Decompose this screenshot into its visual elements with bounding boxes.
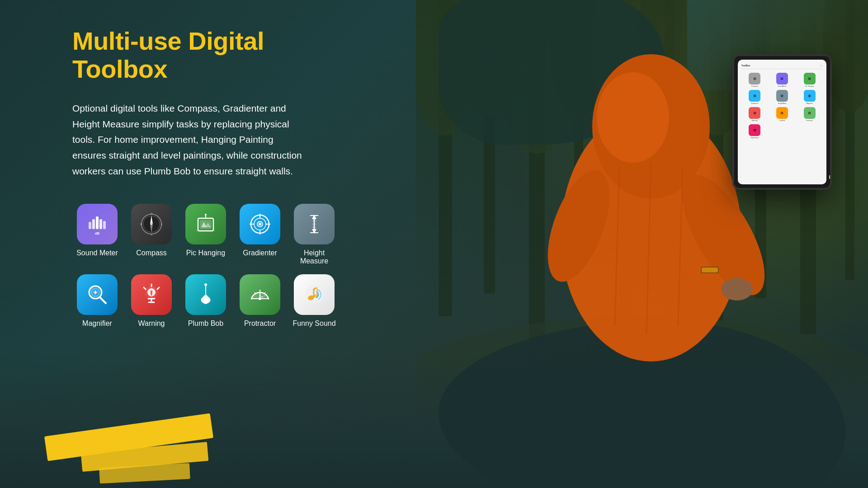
svg-point-46 xyxy=(151,223,152,225)
tablet-toolbar-label: ToolBox xyxy=(741,64,750,67)
tablet-app-item: ⚙ Compass xyxy=(742,73,767,87)
svg-line-79 xyxy=(157,287,159,289)
height-measure-label: Height Measure xyxy=(289,249,339,265)
app-item-plumb-bob[interactable]: Plumb Bob xyxy=(181,274,231,328)
svg-line-78 xyxy=(144,287,146,289)
app-item-warning[interactable]: Warning xyxy=(127,274,176,328)
app-item-magnifier[interactable]: Magnifier xyxy=(72,274,122,328)
page-title: Multi-use Digital Toolbox xyxy=(72,27,312,83)
svg-point-81 xyxy=(151,294,152,296)
svg-rect-30 xyxy=(702,267,718,272)
svg-rect-80 xyxy=(151,291,152,294)
svg-point-31 xyxy=(721,278,753,300)
app-item-sound-meter[interactable]: dB Sound Meter xyxy=(72,204,122,265)
app-item-compass[interactable]: N S E W Compass xyxy=(127,204,176,265)
svg-rect-33 xyxy=(92,219,95,229)
svg-point-87 xyxy=(204,283,207,286)
sound-meter-icon: dB xyxy=(77,204,118,244)
svg-line-72 xyxy=(100,297,106,303)
app-item-funny-sound[interactable]: Funny Sound xyxy=(289,274,339,328)
gradienter-label: Gradienter xyxy=(243,249,277,257)
warning-label: Warning xyxy=(138,319,165,328)
svg-rect-34 xyxy=(96,216,99,229)
tablet-app-item: ⚙ Party Band xyxy=(742,124,767,139)
tablet-app-item: ⚙ HeightMeas xyxy=(770,90,795,104)
tablet-app-item: ⚙ Gradienter xyxy=(742,90,767,104)
svg-rect-32 xyxy=(89,222,91,229)
app-item-pic-hanging[interactable]: Pic Hanging xyxy=(181,204,231,265)
svg-point-61 xyxy=(259,223,261,225)
app-item-height-measure[interactable]: Height Measure xyxy=(289,204,339,265)
tablet-app-item: ⚙ ToolEdit xyxy=(770,107,795,122)
tablet-app-item: ⚙ SoundMeter xyxy=(770,73,795,87)
tablet-device: ToolBox ⋮⋮ ⚙ Compass ⚙ SoundMeter ⚙ Pic … xyxy=(732,54,832,190)
svg-text:N: N xyxy=(151,212,152,215)
pic-hanging-icon xyxy=(185,204,226,244)
plumb-bob-icon xyxy=(185,274,226,315)
gradienter-icon xyxy=(240,204,280,244)
svg-point-52 xyxy=(205,214,207,216)
funny-sound-icon xyxy=(294,274,335,315)
svg-text:E: E xyxy=(161,223,163,225)
sound-meter-label: Sound Meter xyxy=(76,249,118,257)
svg-rect-35 xyxy=(99,219,102,229)
warning-icon xyxy=(131,274,172,315)
height-measure-icon xyxy=(294,204,335,244)
app-item-protractor[interactable]: Protractor xyxy=(235,274,285,328)
apps-grid: dB Sound Meter N S E W xyxy=(72,204,312,328)
tablet-app-item: ⚙ Magnifier xyxy=(797,90,822,104)
app-item-gradienter[interactable]: Gradienter xyxy=(235,204,285,265)
content-area: Multi-use Digital Toolbox Optional digit… xyxy=(0,0,339,488)
tablet-app-item: ⚙ Warning xyxy=(742,107,767,122)
page-description: Optional digital tools like Compass, Gra… xyxy=(72,101,307,179)
magnifier-icon xyxy=(77,274,118,315)
svg-text:dB: dB xyxy=(95,231,100,235)
tablet-app-item: ⚙ Protractor xyxy=(797,107,822,122)
compass-label: Compass xyxy=(136,249,167,257)
funny-sound-label: Funny Sound xyxy=(292,319,335,328)
svg-point-96 xyxy=(259,297,261,300)
tablet-app-item: ⚙ Pic Hanging xyxy=(797,73,822,87)
protractor-icon xyxy=(240,274,280,315)
pic-hanging-label: Pic Hanging xyxy=(186,249,225,257)
plumb-bob-label: Plumb Bob xyxy=(188,319,223,328)
svg-text:W: W xyxy=(140,223,142,225)
protractor-label: Protractor xyxy=(244,319,276,328)
svg-rect-48 xyxy=(200,220,212,229)
svg-rect-36 xyxy=(103,221,106,229)
svg-point-23 xyxy=(597,72,669,163)
magnifier-label: Magnifier xyxy=(82,319,112,328)
compass-icon: N S E W xyxy=(131,204,172,244)
